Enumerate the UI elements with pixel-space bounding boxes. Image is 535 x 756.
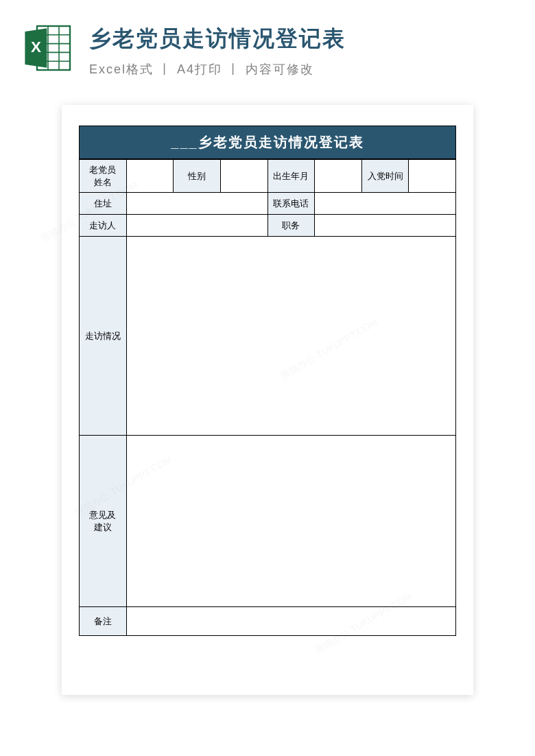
value-gender <box>220 160 268 193</box>
label-opinion: 意见及 建议 <box>80 436 127 607</box>
label-address: 住址 <box>80 193 127 215</box>
registration-form-table: 老党员 姓名 性别 出生年月 入党时间 住址 联系电话 走访人 职务 走访情况 … <box>79 159 456 636</box>
value-phone <box>315 193 456 215</box>
value-join-date <box>409 160 456 193</box>
value-opinion <box>126 436 455 607</box>
svg-text:X: X <box>31 38 41 56</box>
value-address <box>126 193 268 215</box>
form-title: ___乡老党员走访情况登记表 <box>79 126 456 159</box>
value-remark <box>126 607 455 636</box>
label-gender: 性别 <box>174 160 221 193</box>
value-name <box>126 160 174 193</box>
label-join-date: 入党时间 <box>361 160 409 193</box>
label-visitor: 走访人 <box>80 215 127 237</box>
label-position: 职务 <box>268 215 315 237</box>
value-visitor <box>126 215 268 237</box>
header-title: 乡老党员走访情况登记表 <box>89 24 514 54</box>
page-header: X 乡老党员走访情况登记表 Excel格式 丨 A4打印 丨 内容可修改 <box>0 0 535 91</box>
document-page: ___乡老党员走访情况登记表 老党员 姓名 性别 出生年月 入党时间 住址 联系… <box>62 105 473 695</box>
label-visit-detail: 走访情况 <box>80 237 127 436</box>
label-name: 老党员 姓名 <box>80 160 127 193</box>
excel-icon: X <box>21 21 75 75</box>
label-birth: 出生年月 <box>268 160 315 193</box>
value-visit-detail <box>126 237 455 436</box>
value-birth <box>315 160 362 193</box>
header-text-block: 乡老党员走访情况登记表 Excel格式 丨 A4打印 丨 内容可修改 <box>89 21 514 78</box>
label-remark: 备注 <box>80 607 127 636</box>
label-phone: 联系电话 <box>268 193 315 215</box>
value-position <box>315 215 456 237</box>
header-subtitle: Excel格式 丨 A4打印 丨 内容可修改 <box>89 61 514 78</box>
